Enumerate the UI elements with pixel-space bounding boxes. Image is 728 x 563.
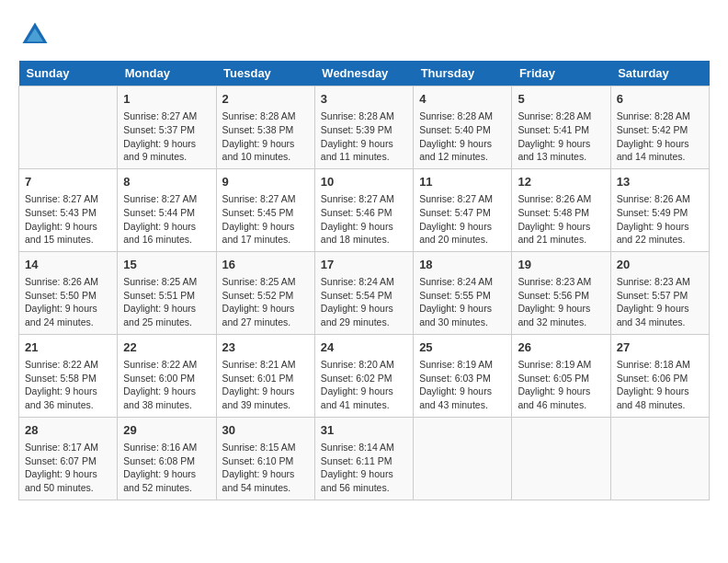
day-number: 21 xyxy=(25,339,111,356)
day-info: Sunset: 5:58 PM xyxy=(25,372,111,385)
day-info: Sunrise: 8:28 AM xyxy=(321,109,407,123)
day-number: 7 xyxy=(25,174,111,190)
day-info: and 41 minutes. xyxy=(321,398,407,412)
day-info: Sunset: 5:56 PM xyxy=(518,289,604,303)
day-info: Sunset: 5:38 PM xyxy=(222,123,309,137)
day-info: and 52 minutes. xyxy=(123,481,210,495)
day-info: and 38 minutes. xyxy=(123,398,210,412)
day-info: Sunset: 6:11 PM xyxy=(321,454,407,468)
calendar-cell: 17Sunrise: 8:24 AMSunset: 5:54 PMDayligh… xyxy=(314,251,413,334)
column-header-sunday: Sunday xyxy=(19,61,118,86)
day-info: Daylight: 9 hours xyxy=(518,220,604,234)
day-info: Daylight: 9 hours xyxy=(25,467,111,481)
day-info: Daylight: 9 hours xyxy=(617,137,703,151)
calendar-cell xyxy=(610,417,709,500)
day-info: Sunset: 5:57 PM xyxy=(617,289,703,303)
day-info: Daylight: 9 hours xyxy=(321,385,407,398)
day-info: Sunrise: 8:22 AM xyxy=(123,358,210,372)
day-info: and 30 minutes. xyxy=(419,316,506,329)
day-number: 8 xyxy=(123,174,210,190)
day-info: Daylight: 9 hours xyxy=(617,302,703,316)
calendar-cell: 25Sunrise: 8:19 AMSunset: 6:03 PMDayligh… xyxy=(414,334,512,417)
calendar-cell: 16Sunrise: 8:25 AMSunset: 5:52 PMDayligh… xyxy=(216,251,314,334)
day-info: Sunrise: 8:22 AM xyxy=(25,358,111,372)
calendar-cell: 30Sunrise: 8:15 AMSunset: 6:10 PMDayligh… xyxy=(216,417,314,500)
day-info: Sunset: 5:47 PM xyxy=(419,206,506,220)
day-info: Sunset: 5:37 PM xyxy=(123,123,210,137)
day-info: Sunrise: 8:20 AM xyxy=(321,358,407,372)
day-info: Sunset: 5:54 PM xyxy=(321,289,407,303)
day-info: and 34 minutes. xyxy=(617,316,703,329)
day-info: Sunset: 5:39 PM xyxy=(321,123,407,137)
day-info: Sunrise: 8:26 AM xyxy=(25,275,111,289)
day-info: Daylight: 9 hours xyxy=(222,385,309,398)
calendar-header-row: SundayMondayTuesdayWednesdayThursdayFrid… xyxy=(19,61,710,86)
calendar-week-row: 1Sunrise: 8:27 AMSunset: 5:37 PMDaylight… xyxy=(19,86,710,169)
calendar-week-row: 14Sunrise: 8:26 AMSunset: 5:50 PMDayligh… xyxy=(19,251,710,334)
day-info: Daylight: 9 hours xyxy=(123,302,210,316)
logo-icon xyxy=(18,18,51,52)
day-info: Sunrise: 8:23 AM xyxy=(518,275,604,289)
day-info: and 9 minutes. xyxy=(123,150,210,164)
day-info: and 13 minutes. xyxy=(518,150,604,164)
day-info: Daylight: 9 hours xyxy=(419,385,506,398)
day-info: and 43 minutes. xyxy=(419,398,506,412)
day-info: Daylight: 9 hours xyxy=(419,302,506,316)
day-info: Sunrise: 8:26 AM xyxy=(518,192,604,206)
day-number: 4 xyxy=(419,91,506,108)
day-info: and 22 minutes. xyxy=(617,233,703,247)
day-number: 10 xyxy=(321,174,407,190)
calendar-cell: 1Sunrise: 8:27 AMSunset: 5:37 PMDaylight… xyxy=(118,86,216,169)
calendar-cell: 22Sunrise: 8:22 AMSunset: 6:00 PMDayligh… xyxy=(118,334,216,417)
day-info: Sunset: 5:43 PM xyxy=(25,206,111,220)
day-number: 20 xyxy=(617,257,703,273)
column-header-thursday: Thursday xyxy=(414,61,512,86)
day-info: Sunrise: 8:26 AM xyxy=(617,192,703,206)
day-info: and 17 minutes. xyxy=(222,233,309,247)
day-info: Sunrise: 8:27 AM xyxy=(25,192,111,206)
day-number: 27 xyxy=(617,339,703,356)
calendar-cell: 28Sunrise: 8:17 AMSunset: 6:07 PMDayligh… xyxy=(19,417,118,500)
day-info: and 18 minutes. xyxy=(321,233,407,247)
day-info: Sunrise: 8:18 AM xyxy=(617,358,703,372)
day-info: and 48 minutes. xyxy=(617,398,703,412)
day-info: Daylight: 9 hours xyxy=(123,220,210,234)
day-info: and 56 minutes. xyxy=(321,481,407,495)
day-info: Daylight: 9 hours xyxy=(518,385,604,398)
calendar-cell: 27Sunrise: 8:18 AMSunset: 6:06 PMDayligh… xyxy=(610,334,709,417)
day-info: Daylight: 9 hours xyxy=(123,385,210,398)
calendar-cell: 12Sunrise: 8:26 AMSunset: 5:48 PMDayligh… xyxy=(512,168,610,251)
day-info: Sunrise: 8:15 AM xyxy=(222,441,309,454)
day-number: 12 xyxy=(518,174,604,190)
day-info: Sunrise: 8:27 AM xyxy=(419,192,506,206)
day-number: 24 xyxy=(321,339,407,356)
day-info: Sunset: 5:52 PM xyxy=(222,289,309,303)
day-number: 28 xyxy=(25,422,111,439)
calendar-week-row: 7Sunrise: 8:27 AMSunset: 5:43 PMDaylight… xyxy=(19,168,710,251)
day-info: and 16 minutes. xyxy=(123,233,210,247)
calendar-cell: 14Sunrise: 8:26 AMSunset: 5:50 PMDayligh… xyxy=(19,251,118,334)
calendar-cell: 20Sunrise: 8:23 AMSunset: 5:57 PMDayligh… xyxy=(610,251,709,334)
day-number: 29 xyxy=(123,422,210,439)
column-header-tuesday: Tuesday xyxy=(216,61,314,86)
day-info: Daylight: 9 hours xyxy=(222,137,309,151)
day-number: 25 xyxy=(419,339,506,356)
calendar-cell: 3Sunrise: 8:28 AMSunset: 5:39 PMDaylight… xyxy=(314,86,413,169)
day-info: Sunrise: 8:28 AM xyxy=(419,109,506,123)
day-info: Daylight: 9 hours xyxy=(419,137,506,151)
day-info: and 24 minutes. xyxy=(25,316,111,329)
day-info: Sunset: 6:08 PM xyxy=(123,454,210,468)
column-header-friday: Friday xyxy=(512,61,610,86)
calendar-table: SundayMondayTuesdayWednesdayThursdayFrid… xyxy=(18,61,710,500)
day-info: Sunrise: 8:17 AM xyxy=(25,441,111,454)
day-number: 16 xyxy=(222,257,309,273)
column-header-monday: Monday xyxy=(118,61,216,86)
logo xyxy=(18,18,55,52)
day-info: and 21 minutes. xyxy=(518,233,604,247)
day-info: Sunrise: 8:25 AM xyxy=(222,275,309,289)
day-info: and 20 minutes. xyxy=(419,233,506,247)
day-info: Sunrise: 8:21 AM xyxy=(222,358,309,372)
day-info: Sunset: 6:06 PM xyxy=(617,372,703,385)
day-number: 2 xyxy=(222,91,309,108)
day-info: Daylight: 9 hours xyxy=(321,137,407,151)
